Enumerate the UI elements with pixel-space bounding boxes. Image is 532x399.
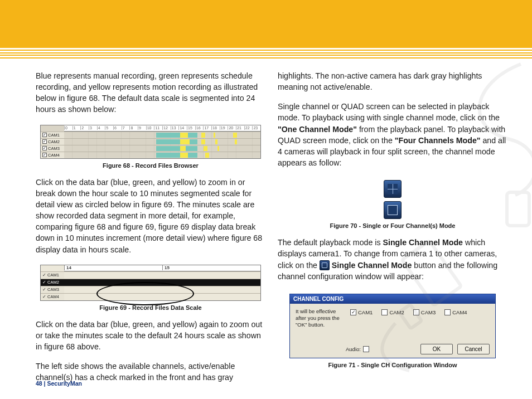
fig69-row-3: ✓CAM3 (41, 286, 260, 293)
para-zoom-out: Click on the data bar (blue, green, and … (36, 319, 265, 352)
check-icon: ✓ (42, 287, 46, 292)
fig69-ruler: 14 15 (64, 265, 260, 271)
para-highlights: highlights. The non-active camera has da… (278, 70, 507, 93)
fig68-row-3: ✓CAM3 (41, 145, 260, 152)
fig68-row-2: ✓CAM2 (41, 138, 260, 145)
cam1-checkbox[interactable]: ✓CAM1 (350, 309, 373, 315)
fig68-ruler: 0 1 2 3 4 5 6 7 8 9 10 11 12 13 14 15 16… (64, 125, 260, 132)
caption-71: Figure 71 - Single CH Configuration Wind… (278, 362, 507, 368)
check-icon: ✓ (42, 139, 47, 144)
caption-70: Figure 70 - Single or Four Channel(s) Mo… (278, 222, 507, 229)
single-channel-mode-icon (320, 260, 330, 270)
fig69-row-4: ✓CAM4 (41, 293, 260, 300)
cam4-checkbox[interactable]: CAM4 (444, 309, 467, 315)
cam2-checkbox[interactable]: CAM2 (381, 309, 404, 315)
figure-71-channel-config-dialog: CHANNEL CONFIG It will be effective afte… (289, 294, 496, 358)
para-zoom-in: Click on the data bar (blue, green, and … (36, 177, 265, 255)
cam3-checkbox[interactable]: CAM3 (413, 309, 436, 315)
check-icon: ✓ (42, 146, 47, 150)
header-band (0, 0, 532, 48)
check-icon: ✓ (42, 153, 47, 157)
page-footer: 48 | SecurityMan (36, 380, 82, 387)
check-icon: ✓ (42, 294, 46, 299)
fig68-row-4: ✓CAM4 (41, 152, 260, 158)
quad-icon (388, 184, 398, 194)
para-intro: Blue represents manual recording, green … (36, 70, 265, 115)
single-icon (388, 205, 398, 215)
check-icon: ✓ (42, 280, 46, 285)
figure-68: 0 1 2 3 4 5 6 7 8 9 10 11 12 13 14 15 16… (40, 125, 261, 159)
caption-68: Figure 68 - Record Files Browser (36, 162, 265, 169)
left-column: Blue represents manual recording, green … (36, 70, 265, 383)
check-icon: ✓ (42, 133, 47, 137)
fig68-row-1: ✓CAM1 (41, 132, 260, 138)
para-channel-modes: Single channel or QUAD screen can be sel… (278, 101, 507, 168)
figure-69: 14 15 ✓CAM1 ✓CAM2 (40, 265, 261, 301)
dialog-note: It will be effective after you press the… (296, 308, 346, 328)
right-column: highlights. The non-active camera has da… (278, 70, 507, 383)
para-default-mode: The default playback mode is Single Chan… (278, 237, 507, 282)
audio-checkbox[interactable]: Audio: (346, 346, 369, 352)
header-rules (0, 48, 532, 60)
figure-70 (384, 180, 402, 219)
cancel-button[interactable]: Cancel (457, 344, 490, 354)
single-channel-mode-button[interactable] (384, 201, 402, 219)
four-channel-mode-button[interactable] (384, 180, 402, 198)
fig69-row-1: ✓CAM1 (41, 271, 260, 279)
caption-69: Figure 69 - Record Files Data Scale (36, 304, 265, 311)
ok-button[interactable]: OK (420, 344, 453, 354)
check-icon: ✓ (42, 273, 46, 278)
fig69-row-2-selected: ✓CAM2 (41, 279, 260, 286)
dialog-titlebar: CHANNEL CONFIG (290, 294, 495, 304)
